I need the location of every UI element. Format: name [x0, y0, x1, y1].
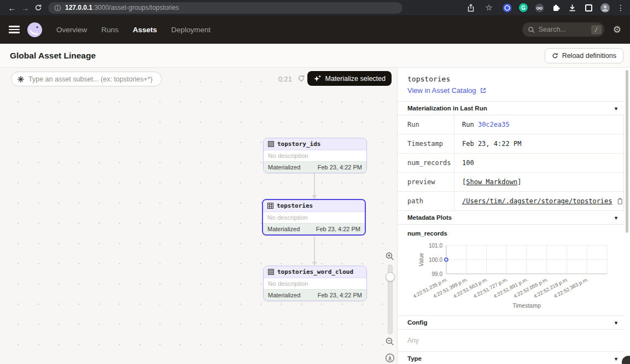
address-bar[interactable]: 127.0.0.1:3000/asset-groups/topstories [48, 2, 402, 14]
show-markdown-link[interactable]: Show Markdown [466, 178, 517, 186]
zoom-out-icon[interactable] [385, 337, 396, 348]
section-title: Type [407, 355, 422, 362]
lineage-edge [314, 173, 315, 195]
browser-menu-icon[interactable]: ⋮ [617, 3, 625, 12]
kv-key-preview: preview [398, 173, 454, 191]
browser-reload-button[interactable] [32, 1, 45, 14]
nav-links: Overview Runs Assets Deployment [56, 26, 211, 34]
lineage-edge-arrowhead [312, 195, 317, 199]
asset-status: Materialized [268, 292, 300, 298]
search-input[interactable] [539, 26, 584, 33]
table-icon [268, 269, 274, 275]
settings-gear-icon[interactable]: ⚙ [613, 25, 621, 34]
kv-value-run: Run 30c2ea35 [454, 115, 510, 134]
grammarly-letter: G [521, 5, 526, 11]
search-shortcut-badge: / [591, 25, 602, 34]
kv-value-timestamp: Feb 23, 4:22 PM [454, 134, 521, 153]
section-title: Config [407, 319, 427, 326]
dagster-logo[interactable] [27, 22, 42, 37]
table-row: Timestamp Feb 23, 4:22 PM [398, 134, 623, 154]
table-icon [267, 203, 273, 209]
nav-item-deployment[interactable]: Deployment [171, 26, 211, 34]
table-icon [268, 141, 274, 147]
collapse-caret-icon: ▾ [615, 320, 617, 326]
bookmark-star-icon[interactable]: ☆ [482, 1, 495, 14]
asset-node-topstories[interactable]: topstories No description Materialized F… [262, 199, 366, 236]
url-text: 127.0.0.1:3000/asset-groups/topstories [65, 4, 179, 11]
asset-filter-input[interactable] [28, 75, 156, 83]
section-title: Materialization in Last Run [407, 105, 487, 111]
collapse-caret-icon: ▾ [615, 215, 617, 221]
sparkle-icon [313, 74, 322, 83]
asset-description: No description [263, 212, 365, 223]
url-path: :3000/asset-groups/topstories [92, 4, 179, 11]
site-info-icon[interactable] [54, 4, 61, 11]
section-title: Metadata Plots [407, 214, 452, 221]
view-in-asset-catalog-link[interactable]: View in Asset Catalog [407, 86, 487, 95]
section-materialization-header[interactable]: Materialization in Last Run ▾ [398, 101, 624, 115]
svg-text:4:22:51.727 p.m.: 4:22:51.727 p.m. [472, 277, 509, 300]
browser-forward-button[interactable]: → [19, 1, 32, 14]
collapse-caret-icon: ▾ [615, 356, 617, 362]
section-type-header[interactable]: Type ▾ [398, 351, 624, 364]
graph-refresh-icon[interactable] [298, 74, 305, 84]
downloads-icon[interactable] [568, 3, 577, 13]
search-box[interactable]: / [522, 22, 604, 37]
svg-text:4:22:52.055 p.m.: 4:22:52.055 p.m. [512, 277, 549, 300]
page-title: Global Asset Lineage [10, 51, 96, 61]
app-menu-icon[interactable] [9, 26, 20, 33]
section-metadata-plots-header[interactable]: Metadata Plots ▾ [398, 211, 624, 225]
browser-actions: ☆ G ⋮ [466, 1, 625, 14]
share-icon[interactable] [466, 3, 475, 13]
extension-icon-glasses[interactable] [535, 3, 544, 13]
svg-text:101.0: 101.0 [429, 243, 442, 249]
kv-value-path: /Users/tim/.dagster/storage/topstories [454, 192, 623, 210]
materialize-selected-button[interactable]: Materialize selected [307, 71, 392, 86]
node-footer: Materialized Feb 23, 4:22 PM [264, 289, 366, 301]
graph-refresh-timer: 0:21 [278, 75, 292, 83]
materialization-table: Run Run 30c2ea35 Timestamp Feb 23, 4:22 … [398, 115, 624, 211]
reload-definitions-button[interactable]: Reload definitions [545, 48, 623, 63]
kv-value-num-records: 100 [454, 154, 474, 172]
asset-name: topstories [277, 202, 313, 209]
extension-icon-square[interactable] [584, 3, 593, 13]
run-link[interactable]: 30c2ea35 [478, 121, 510, 128]
detail-asset-name: topstories [407, 75, 620, 83]
svg-text:4:22:51.891 p.m.: 4:22:51.891 p.m. [493, 277, 529, 300]
nav-item-assets[interactable]: Assets [133, 26, 157, 34]
asset-filter-box[interactable] [11, 72, 162, 86]
materialize-selected-label: Materialize selected [325, 75, 386, 83]
asset-status: Materialized [267, 226, 300, 232]
plot-title: num_records [398, 225, 630, 237]
zoom-in-icon[interactable] [385, 251, 396, 262]
table-row: Run Run 30c2ea35 [398, 115, 623, 134]
node-header: topstories_word_cloud [264, 266, 366, 278]
collapse-caret-icon: ▾ [615, 105, 617, 111]
svg-text:4:22:52.219 p.m.: 4:22:52.219 p.m. [533, 277, 569, 300]
catalog-link-label: View in Asset Catalog [407, 86, 476, 95]
section-config-header[interactable]: Config ▾ [398, 315, 624, 330]
refresh-icon [552, 52, 558, 59]
asset-node-topstory-ids[interactable]: topstory_ids No description Materialized… [263, 138, 367, 173]
asset-node-topstories-word-cloud[interactable]: topstories_word_cloud No description Mat… [263, 266, 367, 301]
detail-scrollbar[interactable] [626, 70, 628, 233]
node-header: topstory_ids [264, 138, 366, 150]
nav-item-overview[interactable]: Overview [56, 26, 87, 34]
browser-toolbar: ← → 127.0.0.1:3000/asset-groups/topstori… [0, 0, 630, 15]
path-link[interactable]: /Users/tim/.dagster/storage/topstories [462, 197, 612, 205]
config-any-value: Any [398, 330, 630, 351]
browser-back-button[interactable]: ← [5, 1, 19, 14]
extension-icon-password-manager[interactable] [503, 3, 512, 13]
profile-avatar[interactable] [600, 3, 610, 13]
reload-definitions-label: Reload definitions [562, 52, 616, 60]
recenter-graph-icon[interactable] [385, 353, 396, 364]
nav-item-runs[interactable]: Runs [101, 26, 119, 34]
zoom-slider-handle[interactable] [386, 272, 395, 281]
copy-path-icon[interactable] [616, 197, 623, 205]
extensions-puzzle-icon[interactable] [551, 3, 561, 13]
kv-value-preview: [Show Markdown] [454, 173, 521, 191]
asset-name: topstories_word_cloud [277, 268, 353, 275]
url-host: 127.0.0.1 [65, 4, 92, 11]
reload-icon [34, 4, 42, 11]
extension-icon-grammarly[interactable]: G [519, 3, 528, 12]
